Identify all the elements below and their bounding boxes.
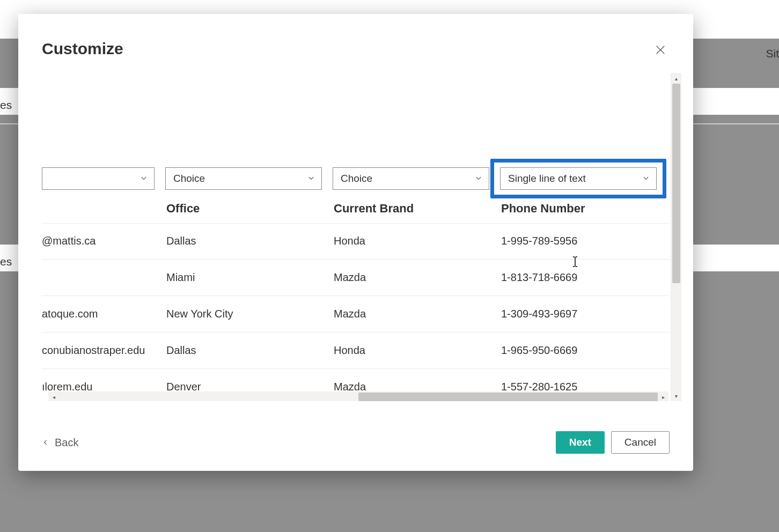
next-button[interactable]: Next bbox=[556, 431, 605, 454]
cancel-button[interactable]: Cancel bbox=[611, 431, 670, 454]
bg-text: es bbox=[0, 99, 12, 112]
scroll-thumb[interactable] bbox=[672, 84, 680, 283]
content-scroll-region: Choice Choice Single line of text bbox=[42, 73, 681, 401]
cell-email: conubianostraper.edu bbox=[42, 344, 166, 357]
next-label: Next bbox=[569, 437, 591, 448]
bg-text: es bbox=[0, 255, 12, 268]
close-icon bbox=[655, 44, 666, 56]
table-row: atoque.com New York City Mazda 1-309-493… bbox=[42, 296, 670, 332]
cell-office: Dallas bbox=[166, 235, 334, 247]
cell-email: atoque.com bbox=[42, 308, 166, 320]
column-type-row: Choice Choice Single line of text bbox=[42, 167, 670, 190]
cell-office: Dallas bbox=[166, 344, 334, 357]
modal-footer: Back Next Cancel bbox=[42, 431, 670, 454]
cell-phone: 1-995-789-5956 bbox=[501, 235, 670, 247]
footer-buttons: Next Cancel bbox=[556, 431, 670, 454]
cell-office: New York City bbox=[166, 308, 334, 320]
grid-area: Choice Choice Single line of text bbox=[42, 73, 670, 401]
column-headers: Office Current Brand Phone Number bbox=[42, 202, 670, 224]
scroll-right-arrow[interactable]: ▸ bbox=[658, 391, 668, 401]
cell-office: Miami bbox=[166, 271, 334, 284]
dropdown-value: Single line of text bbox=[508, 173, 586, 184]
column-type-dropdown-2[interactable]: Choice bbox=[165, 167, 322, 190]
column-type-wrap bbox=[42, 167, 155, 190]
cell-brand: Mazda bbox=[334, 308, 501, 320]
column-type-dropdown-3[interactable]: Choice bbox=[333, 167, 489, 190]
table-row: Miami Mazda 1-813-718-6669 bbox=[42, 260, 670, 296]
cell-brand: Mazda bbox=[334, 271, 501, 284]
scroll-track[interactable] bbox=[59, 391, 658, 401]
chevron-down-icon bbox=[140, 173, 148, 184]
cancel-label: Cancel bbox=[624, 437, 656, 448]
vertical-scrollbar[interactable]: ▴ ▾ bbox=[671, 73, 681, 401]
cell-phone: 1-965-950-6669 bbox=[501, 344, 670, 357]
scroll-left-arrow[interactable]: ◂ bbox=[48, 391, 59, 401]
dropdown-value: Choice bbox=[341, 173, 372, 184]
table-body: @mattis.ca Dallas Honda 1-995-789-5956 M… bbox=[42, 223, 670, 401]
cell-phone: 1-813-718-6669 bbox=[501, 271, 670, 284]
customize-modal: Customize Choice bbox=[18, 14, 693, 471]
chevron-down-icon bbox=[642, 173, 650, 184]
header-phone: Phone Number bbox=[501, 202, 670, 216]
table-row: @mattis.ca Dallas Honda 1-995-789-5956 bbox=[42, 223, 670, 260]
modal-body: Customize Choice bbox=[18, 14, 693, 471]
dropdown-value: Choice bbox=[173, 173, 205, 184]
bg-text: Sit bbox=[766, 47, 779, 60]
column-type-dropdown-4[interactable]: Single line of text bbox=[500, 167, 657, 190]
scroll-down-arrow[interactable]: ▾ bbox=[671, 390, 682, 401]
chevron-down-icon bbox=[307, 173, 315, 184]
scroll-thumb[interactable] bbox=[358, 393, 658, 401]
chevron-left-icon bbox=[42, 439, 49, 446]
column-type-wrap: Choice bbox=[333, 167, 489, 190]
horizontal-scrollbar[interactable]: ◂ ▸ bbox=[48, 391, 668, 401]
header-brand: Current Brand bbox=[334, 202, 501, 216]
scroll-track[interactable] bbox=[671, 84, 681, 390]
header-email bbox=[42, 202, 166, 216]
table-row: conubianostraper.edu Dallas Honda 1-965-… bbox=[42, 332, 670, 369]
cell-brand: Honda bbox=[334, 344, 501, 357]
back-button[interactable]: Back bbox=[42, 437, 78, 449]
chevron-down-icon bbox=[475, 173, 482, 184]
close-button[interactable] bbox=[651, 41, 670, 59]
cell-email: @mattis.ca bbox=[42, 235, 166, 247]
column-type-dropdown-1[interactable] bbox=[42, 167, 155, 190]
cell-brand: Honda bbox=[334, 235, 501, 247]
back-label: Back bbox=[55, 437, 78, 449]
column-type-wrap-highlighted: Single line of text bbox=[500, 167, 657, 190]
modal-title: Customize bbox=[42, 40, 670, 58]
header-office: Office bbox=[166, 202, 334, 216]
column-type-wrap: Choice bbox=[165, 167, 322, 190]
cell-phone: 1-309-493-9697 bbox=[501, 308, 670, 320]
scroll-up-arrow[interactable]: ▴ bbox=[671, 73, 682, 84]
